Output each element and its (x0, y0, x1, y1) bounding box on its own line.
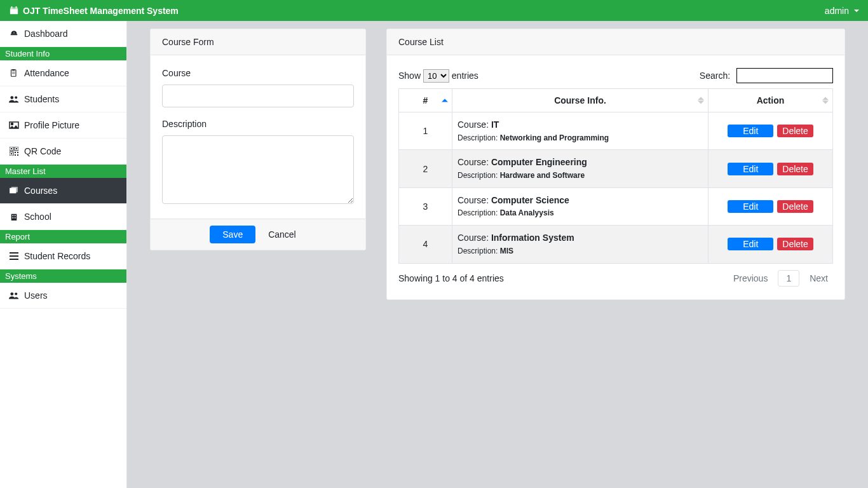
sidebar-item-users[interactable]: Users (0, 283, 126, 309)
course-desc: Networking and Programming (500, 133, 609, 142)
table-row: 1Course: ITDescription: Networking and P… (399, 112, 833, 150)
svg-point-10 (15, 97, 17, 99)
entries-select[interactable]: 10 (423, 69, 449, 83)
description-input[interactable] (162, 135, 354, 204)
svg-point-33 (10, 292, 13, 295)
next-button[interactable]: Next (804, 271, 833, 286)
col-number[interactable]: # (399, 89, 452, 112)
sort-icon (442, 99, 448, 102)
svg-rect-20 (17, 152, 18, 153)
svg-rect-3 (16, 6, 17, 9)
picture-icon (9, 121, 19, 130)
svg-rect-25 (11, 214, 17, 220)
delete-button[interactable]: Delete (777, 163, 813, 175)
navbar: OJT TimeSheet Management System admin (0, 0, 868, 21)
svg-rect-21 (15, 154, 16, 156)
sidebar-item-profile-picture[interactable]: Profile Picture (0, 112, 126, 139)
action-cell: EditDelete (709, 187, 833, 225)
course-label: Course: (458, 195, 491, 205)
sidebar-item-student-records[interactable]: Student Records (0, 243, 126, 269)
edit-button[interactable]: Edit (728, 163, 773, 175)
sidebar-item-dashboard[interactable]: Dashboard (0, 21, 126, 47)
svg-rect-6 (12, 69, 15, 71)
course-desc: Hardware and Software (500, 171, 585, 180)
delete-button[interactable]: Delete (777, 125, 813, 137)
course-label: Course: (458, 233, 491, 243)
svg-rect-16 (16, 148, 17, 149)
course-info-cell: Course: ITDescription: Networking and Pr… (452, 112, 709, 150)
user-dropdown[interactable]: admin (825, 6, 859, 16)
pagination: Previous 1 Next (728, 270, 833, 287)
table-row: 4Course: Information SystemDescription: … (399, 226, 833, 263)
svg-rect-32 (10, 259, 18, 260)
row-number: 1 (399, 112, 452, 150)
attendance-icon (9, 69, 19, 78)
prev-button[interactable]: Previous (728, 271, 773, 286)
students-icon (9, 95, 19, 104)
sidebar-section: Master List (0, 165, 126, 178)
sidebar-section: Report (0, 230, 126, 243)
sidebar-item-label: Students (24, 94, 59, 104)
svg-rect-27 (15, 215, 16, 216)
edit-button[interactable]: Edit (728, 200, 773, 213)
course-desc: Data Analyysis (500, 208, 554, 217)
show-prefix: Show (398, 71, 421, 81)
page-number[interactable]: 1 (778, 270, 799, 287)
sidebar-item-students[interactable]: Students (0, 86, 126, 112)
dashboard-icon (9, 29, 19, 38)
sidebar-item-label: Courses (24, 186, 57, 196)
svg-rect-29 (15, 217, 16, 219)
chevron-down-icon (854, 10, 859, 12)
svg-rect-22 (17, 154, 18, 156)
desc-label: Description: (458, 133, 500, 142)
sidebar-section: Systems (0, 269, 126, 283)
course-info-cell: Course: Computer EngineeringDescription:… (452, 150, 709, 187)
course-name: IT (491, 119, 499, 130)
table-row: 2Course: Computer EngineeringDescription… (399, 150, 833, 187)
svg-rect-24 (11, 187, 18, 193)
entries-selector: Show 10 entries (398, 69, 478, 83)
course-label: Course (162, 68, 354, 78)
delete-button[interactable]: Delete (777, 200, 813, 213)
sidebar-item-label: School (24, 212, 51, 222)
edit-button[interactable]: Edit (728, 125, 773, 137)
list-title: Course List (387, 29, 844, 55)
svg-rect-28 (12, 217, 13, 219)
desc-label: Description: (458, 171, 500, 180)
svg-point-12 (11, 123, 13, 125)
svg-rect-2 (11, 6, 13, 9)
sidebar: DashboardStudent InfoAttendanceStudentsP… (0, 21, 127, 488)
course-label: Course: (458, 119, 491, 130)
qrcode-icon (9, 147, 19, 156)
cancel-button[interactable]: Cancel (258, 226, 306, 243)
school-icon (9, 212, 19, 221)
course-list-panel: Course List Show 10 entries Search: (386, 29, 845, 300)
delete-button[interactable]: Delete (777, 238, 813, 250)
sidebar-item-attendance[interactable]: Attendance (0, 60, 126, 86)
svg-rect-14 (11, 148, 12, 149)
course-input[interactable] (162, 85, 354, 107)
sidebar-item-label: Users (24, 290, 48, 301)
course-name: Information System (491, 233, 574, 243)
brand[interactable]: OJT TimeSheet Management System (9, 6, 179, 16)
sort-icon (698, 97, 704, 104)
calendar-icon (9, 6, 19, 15)
svg-point-9 (10, 96, 13, 99)
table-info: Showing 1 to 4 of 4 entries (398, 273, 504, 283)
edit-button[interactable]: Edit (728, 238, 773, 250)
sidebar-item-courses[interactable]: Courses (0, 178, 126, 204)
col-info[interactable]: Course Info. (452, 89, 709, 112)
show-suffix: entries (452, 71, 478, 81)
row-number: 2 (399, 150, 452, 187)
sidebar-section: Student Info (0, 47, 126, 60)
col-action[interactable]: Action (709, 89, 833, 112)
search-input[interactable] (736, 68, 833, 83)
save-button[interactable]: Save (210, 226, 255, 243)
course-info-cell: Course: Information SystemDescription: M… (452, 226, 709, 263)
user-name: admin (825, 6, 849, 16)
course-table: # Course Info. Action (398, 88, 833, 264)
brand-text: OJT TimeSheet Management System (23, 6, 179, 16)
sidebar-item-label: Student Records (24, 251, 90, 261)
sidebar-item-qr-code[interactable]: QR Code (0, 139, 126, 165)
sidebar-item-school[interactable]: School (0, 204, 126, 230)
